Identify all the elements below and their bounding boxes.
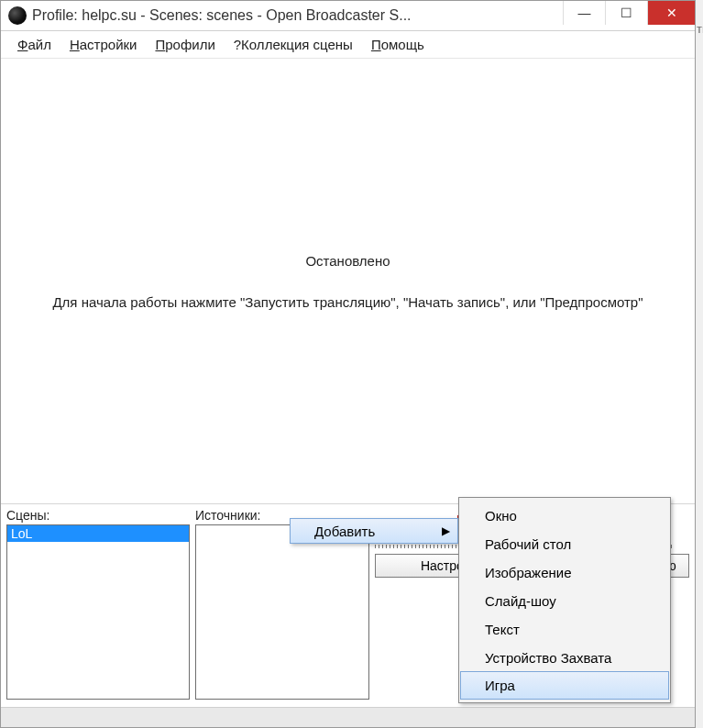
sources-listbox[interactable] <box>195 524 369 700</box>
menubar: Файл Настройки Профили ?Коллекция сцены … <box>1 31 695 59</box>
window-controls: — ☐ ✕ <box>563 1 695 30</box>
scenes-listbox[interactable]: LoL <box>6 524 190 700</box>
status-text: Остановлено <box>305 253 390 269</box>
scenes-label: Сцены: <box>6 508 190 523</box>
submenu-text[interactable]: Текст <box>461 615 668 644</box>
submenu-arrow-icon: ▶ <box>442 524 450 537</box>
menu-settings-label: астройки <box>80 37 137 52</box>
submenu-capture-device[interactable]: Устройство Захвата <box>461 644 668 672</box>
menu-profiles-label: рофили <box>165 37 215 52</box>
menu-scene-collection[interactable]: ?Коллекция сцены <box>226 34 360 55</box>
menu-help[interactable]: Помощь <box>364 34 432 55</box>
menu-profiles[interactable]: Профили <box>148 34 222 55</box>
add-source-submenu: Окно Рабочий стол Изображение Слайд-шоу … <box>458 497 671 703</box>
menu-file[interactable]: Файл <box>10 34 59 55</box>
submenu-game[interactable]: Игра <box>460 671 669 700</box>
context-add-label: Добавить <box>314 524 375 539</box>
menu-help-label: омощь <box>381 37 424 52</box>
window-title: Profile: helpc.su - Scenes: scenes - Ope… <box>32 7 563 24</box>
sources-context-menu: Добавить ▶ <box>290 518 458 544</box>
submenu-slideshow[interactable]: Слайд-шоу <box>461 587 668 615</box>
close-button[interactable]: ✕ <box>647 1 695 25</box>
scene-item[interactable]: LoL <box>7 525 189 542</box>
maximize-button[interactable]: ☐ <box>605 1 647 25</box>
cropped-side-text: ти <box>697 22 703 36</box>
minimize-button[interactable]: — <box>563 1 605 25</box>
titlebar[interactable]: Profile: helpc.su - Scenes: scenes - Ope… <box>1 1 695 31</box>
obs-logo-icon <box>8 6 27 25</box>
submenu-desktop[interactable]: Рабочий стол <box>461 530 668 558</box>
menu-settings[interactable]: Настройки <box>62 34 145 55</box>
statusbar <box>1 707 695 727</box>
submenu-window[interactable]: Окно <box>461 502 668 530</box>
context-add[interactable]: Добавить ▶ <box>290 518 458 544</box>
menu-file-label: айл <box>27 37 50 52</box>
scenes-panel: Сцены: LoL <box>6 508 190 700</box>
preview-area: Остановлено Для начала работы нажмите "З… <box>8 66 687 496</box>
instruction-text: Для начала работы нажмите "Запустить тра… <box>43 294 652 310</box>
submenu-image[interactable]: Изображение <box>461 558 668 587</box>
